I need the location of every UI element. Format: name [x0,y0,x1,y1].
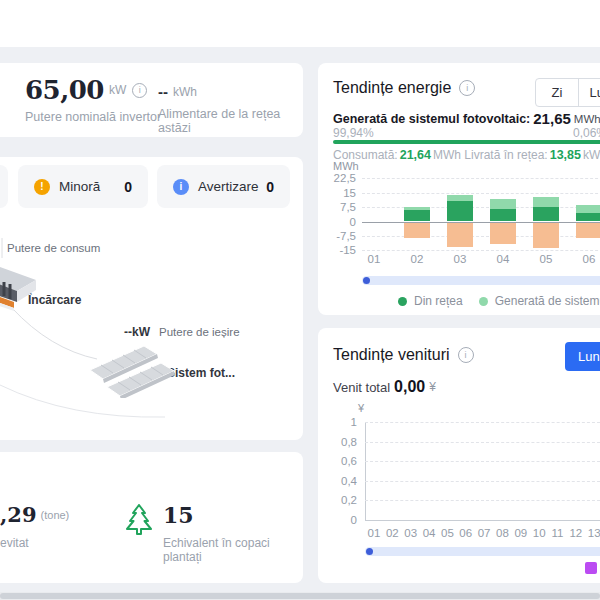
delivered-value: 13,85 [550,148,581,162]
grid-legend-dot [398,297,407,306]
inverter-device-illustration [0,250,80,322]
dashboard-page: 65,00 kW i Putere nominală invertor -- k… [0,0,600,600]
total-revenue-value: 0,00 [394,378,425,396]
co2-value: ,29 [0,502,37,527]
energy-trends-title: Tendințe energie [333,79,451,97]
pv-legend-dot [479,297,488,306]
total-revenue-label: Venit total [333,380,390,395]
revenue-period-button[interactable]: Lună [565,342,600,371]
page-horizontal-scrollbar[interactable] [0,592,600,600]
trees-value: 15 [163,502,194,528]
info-icon[interactable]: i [132,83,147,98]
revenue-legend-marker [585,562,597,574]
energy-trends-header: Tendințe energie i [333,79,475,97]
energy-chart-legend: Din rețea Generată de sistemul fotovolta… [398,294,600,308]
revenue-trends-card: Tendințe venituri i Lună Venit total 0,0… [318,328,600,583]
inverter-power-label: Putere nominală invertor [25,110,161,124]
consumed-percentage: 99,94% [333,126,374,140]
overview-card: 65,00 kW i Putere nominală invertor -- k… [0,63,303,137]
info-icon[interactable]: i [459,80,475,96]
legend-item-grid[interactable]: Din rețea [398,294,463,308]
energy-flow-card: ! Minoră 0 i Avertizare 0 Putere de cons… [0,157,303,440]
solar-panels-illustration [88,340,200,398]
inverter-power-unit: kW [109,83,126,97]
revenue-trends-header: Tendințe venituri i [333,346,474,364]
revenue-chart-scrollbar[interactable] [365,547,600,556]
delivered-percentage: 0,06% [573,126,600,140]
energy-axis-unit: MWh [333,160,359,172]
page-horizontal-scrollbar-thumb[interactable] [0,593,600,599]
energy-ratio-bar [333,140,600,144]
generated-unit: MWh [574,113,600,125]
total-revenue-stat: Venit total 0,00 ¥ [333,378,436,396]
consumed-unit: MWh [433,148,461,162]
trees-label: Echivalent în copaci plantați [163,536,303,564]
consumed-value: 21,64 [400,148,431,162]
inverter-power-value: 65,00 [25,75,104,105]
energy-trends-card: Tendințe energie i Zi Lună Generată de s… [318,63,600,315]
legend-item-pv[interactable]: Generată de sistemul fotovoltaic [479,294,600,308]
grid-feed-value: -- [158,83,168,100]
top-header-band [0,0,600,47]
period-month-button[interactable]: Lună [578,79,600,106]
revenue-trends-title: Tendințe venituri [333,346,450,364]
revenue-chart-scrollbar-thumb[interactable] [366,548,373,555]
revenue-axis-unit: ¥ [358,402,364,414]
grid-feed-label: Alimentare de la rețea astăzi [158,107,303,135]
delivered-unit: kWh [583,148,600,162]
grid-feed-stat: -- kWh Alimentare de la rețea astăzi [158,83,303,135]
generated-label: Generată de sistemul fotovoltaic: [333,112,530,126]
output-power-value: --kW [124,325,150,339]
delivered-label: Livrată în rețea: [464,148,547,162]
delivered-stat: Livrată în rețea: 13,85 kWh [464,148,600,162]
co2-unit: (tone) [41,509,70,521]
output-power-label: Putere de ieșire [159,326,240,338]
inverter-power-stat: 65,00 kW i Putere nominală invertor [25,75,161,124]
pv-legend-label: Generată de sistemul fotovoltaic [495,294,600,308]
grid-legend-label: Din rețea [414,294,463,308]
generated-summary: Generată de sistemul fotovoltaic: 21,65 … [333,110,600,127]
co2-label: evitat [0,536,29,550]
co2-stat: ,29 (tone) [0,502,69,527]
period-toggle-group: Zi Lună [535,78,600,107]
period-day-button[interactable]: Zi [536,79,578,106]
energy-chart-scrollbar-thumb[interactable] [363,277,370,284]
environment-card: ,29 (tone) evitat 15 Echivalent în copac… [0,452,303,583]
generated-value: 21,65 [533,110,571,127]
info-icon[interactable]: i [458,347,474,363]
tree-icon [126,504,152,535]
total-revenue-unit: ¥ [429,380,436,394]
energy-chart-scrollbar[interactable] [362,276,600,285]
grid-feed-unit: kWh [173,85,197,99]
